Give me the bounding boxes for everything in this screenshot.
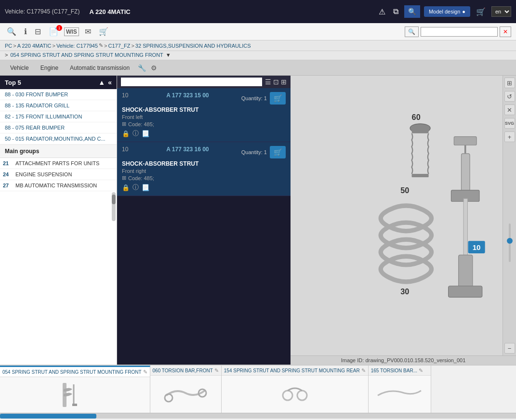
list-view-icon[interactable]: ☰ [265,78,271,86]
zoom-slider[interactable] [509,145,511,340]
breadcrumb-pc[interactable]: PC [5,43,12,49]
scrollbar-thumb[interactable] [0,414,96,419]
part-article-0: A 177 323 15 00 [166,92,209,99]
sidebar-item-82-175[interactable]: 82 - 175 FRONT ILLUMINATION [0,111,117,122]
crosshair-icon[interactable]: ✕ [504,105,515,115]
add-to-cart-0[interactable]: 🛒 [270,92,286,105]
fullscreen-icon[interactable]: ⊞ [504,78,515,88]
add-to-cart-1[interactable]: 🛒 [270,146,286,158]
sidebar-top-items: 88 - 030 FRONT BUMPER 88 - 135 RADIATOR … [0,89,117,145]
info-icon-0[interactable]: ⓘ [132,129,139,138]
group-label-21: ATTACHMENT PARTS FOR UNITS [15,160,99,166]
part-name-1: SHOCK-ABSORBER STRUT [122,160,286,167]
bottom-scrollbar[interactable] [0,413,516,419]
filter-icon[interactable]: ⊟ [33,26,43,37]
grid-icon-1: ⊞ [122,175,126,181]
doc-icon-1[interactable]: 📃 [142,184,149,191]
zoom-out-icon[interactable]: − [504,343,515,354]
breadcrumb-dropdown-icon[interactable]: ▼ [166,52,171,58]
thumbnail-edit-0[interactable]: ✎ [143,368,147,375]
cart-icon[interactable]: 🛒 [474,5,488,18]
thumbnail-edit-2[interactable]: ✎ [361,367,366,374]
image-area: 60 50 30 [291,76,516,365]
sidebar-item-88-030[interactable]: 88 - 030 FRONT BUMPER [0,89,117,100]
doc-icon[interactable]: 📄1 [47,26,60,37]
breadcrumb-32[interactable]: 32 SPRINGS,SUSPENSION AND HYDRAULICS [135,43,251,49]
sidebar-item-88-135[interactable]: 88 - 135 RADIATOR GRILL [0,100,117,111]
part-icons-0: 🔒 ⓘ 📃 [122,129,286,138]
wis-icon[interactable]: WIS [64,27,79,36]
thumbnail-edit-1[interactable]: ✎ [214,367,219,374]
thumbnail-1[interactable]: 060 TORSION BAR,FRONT ✎ [150,366,222,413]
thumbnail-img-1 [150,376,221,413]
zoom-in-icon[interactable]: + [504,131,515,142]
model-design-label: Model design [429,9,460,14]
warning-icon[interactable]: ⚠ [377,5,387,18]
sidebar-group-24[interactable]: 24 ENGINE SUSPENSION [0,169,117,180]
cart-toolbar-icon[interactable]: 🛒 [97,26,110,37]
copy-icon[interactable]: ⧉ [391,5,400,18]
part-desc-1: Front right [122,168,286,174]
toolbar-search-button[interactable]: 🔍 [405,26,419,37]
parts-search-input[interactable] [121,78,262,86]
part-icons-1: 🔒 ⓘ 📃 [122,183,286,192]
tools-icon[interactable]: 🔧 [136,62,148,74]
thumbnail-0[interactable]: 054 SPRING STRUT AND SPRING STRUT MOUNTI… [0,366,150,413]
breadcrumb-054[interactable]: 054 SPRING STRUT AND SPRING STRUT MOUNTI… [10,52,163,58]
tab-engine[interactable]: Engine [35,62,64,74]
top-bar: Vehicle: C177945 (C177_FZ) A 220 4MATIC … [0,0,516,23]
sidebar-group-21[interactable]: 21 ATTACHMENT PARTS FOR UNITS [0,158,117,169]
breadcrumb-vehicle[interactable]: Vehicle: C177945 [56,43,98,49]
part-row-1[interactable]: 10 A 177 323 16 00 Quantity: 1 🛒 SHOCK-A… [117,142,291,196]
info-icon[interactable]: ℹ [22,26,29,37]
model-name: A 220 4MATIC [89,8,130,15]
model-design-button[interactable]: Model design ● [424,6,470,17]
lock-icon-1[interactable]: 🔒 [122,184,130,191]
svg-text:50: 50 [400,186,409,195]
sidebar-collapse-btn[interactable]: ▲ [98,79,105,86]
service-icon[interactable]: ⚙ [149,62,159,74]
breadcrumb-c177[interactable]: C177_FZ [108,43,131,49]
part-qty-0: Quantity: 1 [241,95,267,101]
svg-rect-12 [459,255,473,289]
thumbnail-img-3 [369,376,431,413]
zoom-in-icon[interactable]: 🔍 [5,26,18,37]
group-num-21: 21 [3,160,13,166]
svg-export-icon[interactable]: SVG [504,118,515,129]
toolbar-clear-button[interactable]: ✕ [500,26,511,37]
toolbar-search-input[interactable] [421,27,498,37]
sidebar-close-btn[interactable]: « [108,79,112,86]
sidebar-header: Top 5 ▲ « [0,76,117,89]
tab-vehicle[interactable]: Vehicle [5,62,34,74]
search-button[interactable]: 🔍 [404,5,420,18]
breadcrumb-second-line: > 054 SPRING STRUT AND SPRING STRUT MOUN… [0,51,516,60]
part-name-0: SHOCK-ABSORBER STRUT [122,106,286,113]
doc-icon-0[interactable]: 📃 [142,130,149,137]
tab-automatic-transmission[interactable]: Automatic transmission [65,62,135,74]
top-bar-left: Vehicle: C177945 (C177_FZ) A 220 4MATIC [5,8,131,15]
svg-point-19 [165,394,172,402]
thumbnail-3[interactable]: 165 TORSION BAR... ✎ [369,366,431,413]
thumbnail-img-2 [222,376,368,413]
group-num-27: 27 [3,183,13,188]
diagram-container: 60 50 30 [291,76,516,355]
thumbnail-label-2: 154 SPRING STRUT AND SPRING STRUT MOUNTI… [222,366,368,376]
image-view-icon[interactable]: ⊡ [273,78,279,86]
refresh-icon[interactable]: ↺ [504,91,515,102]
part-row-0[interactable]: 10 A 177 323 15 00 Quantity: 1 🛒 SHOCK-A… [117,88,291,142]
part-desc-0: Front left [122,114,286,120]
sidebar-item-50-015[interactable]: 50 - 015 RADIATOR,MOUNTING,AND C... [0,133,117,144]
breadcrumb-a220[interactable]: A 220 4MATIC [17,43,52,49]
info-icon-1[interactable]: ⓘ [132,183,139,192]
sidebar-group-27[interactable]: 27 MB AUTOMATIC TRANSMISSION [0,180,117,191]
language-select[interactable]: en de [491,6,511,17]
mail-icon[interactable]: ✉ [83,26,93,37]
breadcrumb-bar: PC > A 220 4MATIC > Vehicle: C177945 ✎ >… [0,40,516,51]
maximize-icon[interactable]: ⊞ [281,78,287,86]
thumbnail-2[interactable]: 154 SPRING STRUT AND SPRING STRUT MOUNTI… [222,366,369,413]
parts-list-header: ☰ ⊡ ⊞ [117,76,291,88]
lock-icon-0[interactable]: 🔒 [122,130,130,137]
vehicle-edit-icon[interactable]: ✎ [99,42,103,49]
thumbnail-edit-3[interactable]: ✎ [419,367,423,374]
sidebar-item-88-075[interactable]: 88 - 075 REAR BUMPER [0,122,117,133]
